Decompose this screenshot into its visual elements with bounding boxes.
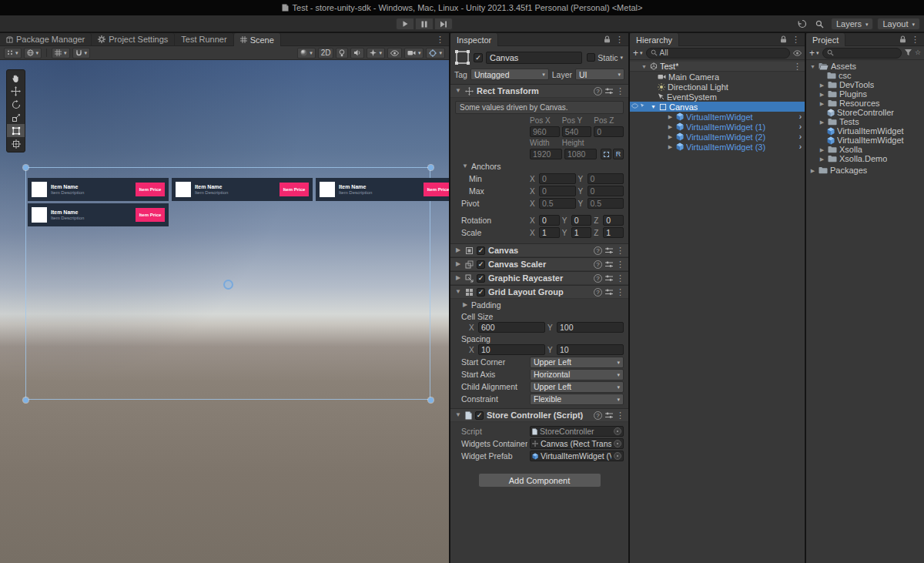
widget-prefab-object-field[interactable]: VirtualItemWidget (Virt [530,451,624,461]
enabled-checkbox[interactable]: ✓ [477,246,485,255]
selection-handle[interactable] [428,397,434,403]
child-alignment-dropdown[interactable]: Upper Left▾ [530,381,624,393]
anchor-max-x-field[interactable]: 0 [539,186,576,196]
lock-icon[interactable] [780,35,787,43]
foldout-icon[interactable]: ▶ [454,275,462,281]
rotation-z-field[interactable]: 0 [603,215,624,226]
help-icon[interactable]: ? [594,411,602,420]
project-asset-storecontroller[interactable]: StoreController [806,108,924,117]
panel-menu-icon[interactable]: ⋮ [792,35,800,44]
presets-icon[interactable] [605,88,613,95]
rect-tool-button[interactable] [7,124,25,137]
help-icon[interactable]: ? [594,87,602,96]
component-header-canvas[interactable]: ▶ ✓ Canvas ? ⋮ [450,243,628,257]
foldout-icon[interactable]: ▼ [461,163,469,169]
tab-hierarchy[interactable]: Hierarchy [630,33,679,46]
hierarchy-item-virtualitemwidget-3[interactable]: ▶ VirtualItemWidget (3) › [630,142,805,152]
audio-toggle-button[interactable] [350,48,364,59]
project-folder-devtools[interactable]: ▶ DevTools [806,80,924,89]
panel-menu-icon[interactable]: ⋮ [615,35,624,44]
height-field[interactable]: 1080 [564,149,597,159]
add-component-button[interactable]: Add Component [478,473,601,488]
step-button[interactable] [434,18,453,30]
help-icon[interactable]: ? [594,246,602,255]
enabled-checkbox[interactable]: ✓ [477,288,485,297]
pivot-gizmo[interactable] [223,280,233,290]
foldout-icon[interactable]: ▶ [819,82,825,88]
favorites-star-icon[interactable]: ☆ [915,49,921,56]
object-picker-icon[interactable] [614,427,621,435]
foldout-icon[interactable]: ▶ [667,144,674,149]
component-header-grid-layout-group[interactable]: ▼ ✓ Grid Layout Group ? ⋮ [450,285,628,299]
hand-tool-button[interactable] [7,72,25,85]
script-object-field[interactable]: StoreController [530,426,624,437]
selection-handle[interactable] [23,397,28,403]
foldout-icon[interactable]: ▶ [819,119,825,125]
hierarchy-item-directional-light[interactable]: Directional Light [630,82,805,92]
constraint-dropdown[interactable]: Flexible▾ [530,394,624,405]
widgets-container-object-field[interactable]: Canvas (Rect Transfor [530,438,624,449]
foldout-icon[interactable]: ▼ [650,104,657,109]
foldout-icon[interactable]: ▶ [454,261,462,267]
project-folder-xsolla[interactable]: ▶ Xsolla [806,145,924,154]
hierarchy-item-virtualitemwidget-2[interactable]: ▶ VirtualItemWidget (2) › [630,132,805,142]
spacing-y-field[interactable]: 10 [557,344,624,355]
anchor-min-x-field[interactable]: 0 [539,173,576,184]
scene-viewport[interactable]: Item Name Item Description Item Price It… [0,60,449,563]
enabled-checkbox[interactable]: ✓ [477,260,485,269]
gizmos-dropdown[interactable]: ▾ [426,48,445,59]
hierarchy-item-virtualitemwidget[interactable]: ▶ VirtualItemWidget › [630,112,805,122]
rotation-x-field[interactable]: 0 [539,215,560,226]
tab-project-settings[interactable]: Project Settings [92,33,175,45]
cell-size-y-field[interactable]: 100 [557,322,624,333]
project-folder-csc[interactable]: csc [806,71,924,80]
foldout-icon[interactable]: ▶ [667,124,674,129]
effects-dropdown[interactable]: ▾ [367,48,385,59]
component-header-rect-transform[interactable]: ▼ Rect Transform ? ⋮ [450,84,628,98]
item-price-button[interactable]: Item Price [136,208,165,222]
shading-mode-dropdown[interactable]: ▾ [297,48,316,59]
project-folder-packages[interactable]: ▶ Packages [806,166,924,175]
move-tool-button[interactable] [7,85,25,98]
presets-icon[interactable] [605,275,613,282]
open-prefab-icon[interactable]: › [799,123,802,131]
component-header-store-controller[interactable]: ▼ ✓ Store Controller (Script) ? ⋮ [450,408,628,422]
static-dropdown[interactable]: Static ▾ [585,53,624,62]
layer-dropdown[interactable]: UI▾ [575,69,624,80]
pos-z-field[interactable]: 0 [594,126,624,137]
item-price-button[interactable]: Item Price [280,183,309,196]
foldout-icon[interactable]: ▶ [454,247,462,253]
search-button[interactable] [813,18,827,30]
layers-dropdown[interactable]: Layers▾ [831,18,874,30]
visibility-filter-icon[interactable] [793,50,802,56]
presets-icon[interactable] [605,289,613,296]
handle-orientation-dropdown[interactable]: ▾ [24,48,42,59]
project-folder-resources[interactable]: ▶ Resources [806,99,924,108]
grid-snapping-dropdown[interactable]: ▾ [52,48,70,59]
lighting-toggle-button[interactable] [336,48,348,59]
scene-menu-icon[interactable]: ⋮ [793,62,802,71]
foldout-icon[interactable]: ▶ [819,156,825,162]
scene-visibility-toggle[interactable] [387,48,402,59]
lock-icon[interactable] [899,35,906,43]
foldout-icon[interactable]: ▼ [454,289,462,295]
selection-handle[interactable] [428,165,434,170]
component-menu-icon[interactable]: ⋮ [616,274,624,283]
foldout-icon[interactable]: ▶ [461,302,469,308]
pivot-x-field[interactable]: 0.5 [539,198,576,209]
tab-scene[interactable]: Scene [234,33,281,46]
hierarchy-item-eventsystem[interactable]: EventSystem [630,92,805,102]
virtual-item-widget[interactable]: Item Name Item Description Item Price [28,178,169,201]
pos-y-field[interactable]: 540 [562,126,592,137]
scale-z-field[interactable]: 1 [603,227,624,238]
virtual-item-widget[interactable]: Item Name Item Description Item Price [172,178,313,201]
blueprint-mode-button[interactable] [601,149,611,159]
component-menu-icon[interactable]: ⋮ [616,260,624,269]
presets-icon[interactable] [605,247,613,254]
component-menu-icon[interactable]: ⋮ [616,288,624,297]
component-menu-icon[interactable]: ⋮ [616,246,624,255]
item-price-button[interactable]: Item Price [136,183,165,196]
transform-tool-button[interactable] [7,137,25,150]
project-asset-virtualitemwidget[interactable]: VirtualItemWidget [806,126,924,136]
pos-x-field[interactable]: 960 [530,126,560,137]
